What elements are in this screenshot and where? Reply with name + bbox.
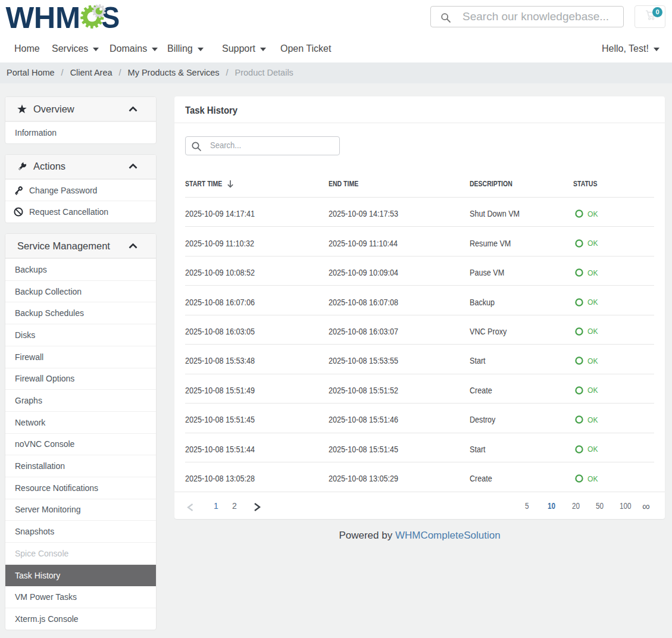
svg-text:S: S [101, 1, 120, 33]
svg-text:WHM: WHM [6, 1, 80, 33]
